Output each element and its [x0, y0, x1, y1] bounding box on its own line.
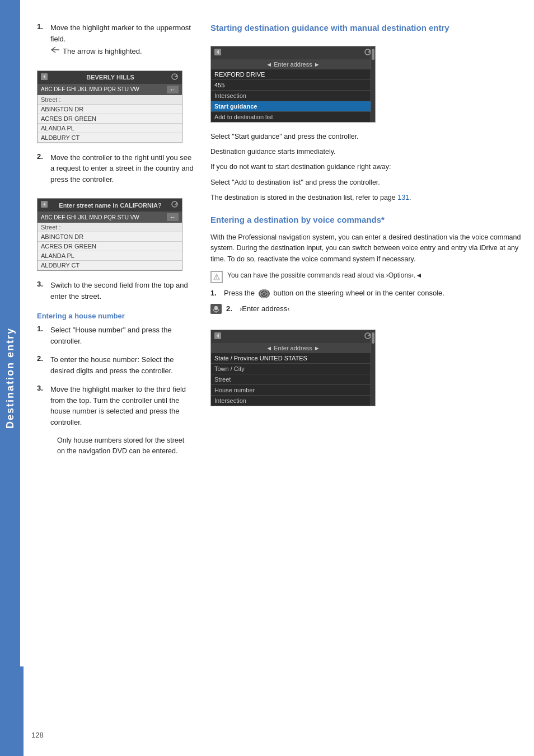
- sidebar: Destination entry: [0, 0, 20, 756]
- voice-enter-address-btn: ◄ Enter address ►: [211, 343, 375, 353]
- house-step-2-text: To enter the house number: Select the de…: [50, 354, 194, 376]
- main-content: 1. Move the highlight marker to the uppe…: [31, 0, 534, 483]
- voice-step-2-icon: [210, 304, 222, 314]
- nav-row-rexford: REXFORD DRIVE: [211, 69, 375, 80]
- step-3: 3. Switch to the second field from the t…: [37, 280, 194, 302]
- nav-screen-1-keyboard: ABC DEF GHI JKL MNO PQR STU VW ←: [38, 84, 182, 95]
- para-add-dest-list: Select "Add to destination list" and pre…: [210, 177, 523, 188]
- voice-step-2: 2. ›Enter address‹: [210, 304, 523, 314]
- step-3-number: 3.: [37, 280, 46, 302]
- enter-address-btn: ◄ Enter address ►: [211, 59, 375, 69]
- steering-wheel-icon: [259, 289, 270, 298]
- voice-intro: With the Professional navigation system,…: [210, 232, 523, 265]
- voice-screen-topbar: [211, 330, 375, 343]
- right-column: Starting destination guidance with manua…: [205, 22, 523, 461]
- nav-screen-1-wrap: BEVERLY HILLS ABC DEF GHI JKL MNO PQR ST…: [37, 65, 182, 152]
- nav-row-455: 455: [211, 80, 375, 91]
- start-guidance-topbar: [211, 46, 375, 59]
- house-number-heading: Entering a house number: [37, 312, 194, 320]
- step-2-number: 2.: [37, 152, 46, 185]
- bottom-accent-bar: [20, 666, 24, 756]
- house-step-1-text: Select "House number" and press the cont…: [50, 325, 194, 346]
- left-column: 1. Move the highlight marker to the uppe…: [37, 22, 194, 461]
- voice-step-2-text: ›Enter address‹: [240, 304, 290, 313]
- voice-step-1-text: Press the button on the steering wheel o…: [224, 289, 444, 298]
- step-1-text: Move the highlight marker to the uppermo…: [50, 22, 194, 57]
- nav-back-icon-2: [41, 200, 50, 210]
- step-3-text: Switch to the second field from the top …: [50, 280, 194, 302]
- nav-screen-2-topbar: Enter street name in CALIFORNIA?: [38, 199, 182, 212]
- house-step-3-num: 3.: [37, 384, 46, 428]
- nav-list-item-2-4: ALDBURY CT: [38, 261, 182, 270]
- step-1: 1. Move the highlight marker to the uppe…: [37, 22, 194, 57]
- nav-list-item-1-2: ACRES DR GREEN: [38, 114, 182, 124]
- voice-step-1: 1. Press the button on the steering whee…: [210, 289, 523, 298]
- voice-screen-wrap: ◄ Enter address ► State / Province UNITE…: [210, 324, 376, 415]
- nav-screen-2-title: Enter street name in CALIFORNIA?: [59, 202, 161, 209]
- house-step-1-num: 1.: [37, 325, 46, 346]
- nav-backspace-2: ←: [167, 213, 179, 221]
- voice-nav-back-icon: [214, 332, 223, 341]
- step-1-number: 1.: [37, 22, 46, 57]
- house-step-1: 1. Select "House number" and press the c…: [37, 325, 194, 346]
- nav-back-icon: [41, 73, 50, 82]
- start-guidance-heading: Starting destination guidance with manua…: [210, 22, 523, 34]
- house-step-2: 2. To enter the house number: Select the…: [37, 354, 194, 376]
- para-select-start: Select "Start guidance" and press the co…: [210, 132, 523, 142]
- info-icon: [210, 271, 223, 283]
- info-box-text: You can have the possible commands read …: [227, 270, 422, 280]
- voice-nav-screen: ◄ Enter address ► State / Province UNITE…: [210, 330, 376, 406]
- house-step-3: 3. Move the highlight marker to the thir…: [37, 384, 194, 428]
- voice-step-1-num: 1.: [210, 289, 219, 297]
- start-guidance-screen-wrap: ◄ Enter address ► REXFORD DRIVE 455 Inte…: [210, 40, 376, 132]
- nav-backspace-1: ←: [167, 86, 179, 93]
- page-number: 128: [31, 731, 44, 739]
- nav-list-item-2-1: ABINGTON DR: [38, 232, 182, 242]
- page-ref-link[interactable]: 131: [397, 194, 409, 201]
- start-guidance-screen: ◄ Enter address ► REXFORD DRIVE 455 Inte…: [210, 46, 376, 123]
- nav-list-item-1-4: ALDBURY CT: [38, 133, 182, 143]
- nav-list-item-2-2: ACRES DR GREEN: [38, 242, 182, 251]
- info-box: You can have the possible commands read …: [210, 270, 523, 283]
- nav-street-label-1: Street :: [38, 95, 182, 105]
- house-number-note: Only house numbers stored for the street…: [57, 435, 194, 457]
- svg-rect-18: [214, 306, 218, 310]
- house-step-3-text: Move the highlight marker to the third f…: [50, 384, 194, 428]
- nav-list-item-1-3: ALANDA PL: [38, 124, 182, 133]
- nav-row-intersection: Intersection: [211, 91, 375, 101]
- para-dest-stored: The destination is stored in the destina…: [210, 192, 523, 203]
- step-2-text: Move the controller to the right until y…: [50, 152, 194, 185]
- para-if-not-start: If you do not want to start destination …: [210, 162, 523, 172]
- nav-screen-2: Enter street name in CALIFORNIA? ABC DEF…: [37, 198, 182, 271]
- voice-nav-row-town: Town / City: [211, 364, 375, 374]
- nav-row-start-guidance: Start guidance: [211, 101, 375, 112]
- nav-screen-1: BEVERLY HILLS ABC DEF GHI JKL MNO PQR ST…: [37, 71, 182, 143]
- voice-nav-row-state: State / Province UNITED STATES: [211, 353, 375, 364]
- step-1-sub: The arrow is highlighted.: [50, 46, 194, 57]
- sidebar-label: Destination entry: [4, 327, 16, 429]
- nav-row-add-dest: Add to destination list: [211, 112, 375, 122]
- voice-step-2-num: 2.: [226, 304, 235, 313]
- voice-commands-heading: Entering a destination by voice commands…: [210, 214, 523, 226]
- nav-back-left-icon: [214, 48, 223, 58]
- nav-list-item-2-3: ALANDA PL: [38, 251, 182, 261]
- voice-nav-row-house: House number: [211, 385, 375, 396]
- nav-list-item-1-1: ABINGTON DR: [38, 105, 182, 114]
- voice-nav-row-intersection: Intersection: [211, 396, 375, 406]
- para-dest-starts: Destination guidance starts immediately.: [210, 147, 523, 157]
- nav-street-label-2: Street :: [38, 223, 182, 232]
- nav-screen-1-title: BEVERLY HILLS: [86, 74, 134, 81]
- nav-refresh-icon-2: [171, 200, 179, 210]
- nav-screen-2-wrap: Enter street name in CALIFORNIA? ABC DEF…: [37, 192, 182, 280]
- return-arrow-icon: [50, 46, 60, 57]
- nav-refresh-icon: [171, 73, 179, 82]
- voice-nav-row-street: Street: [211, 374, 375, 385]
- house-step-2-num: 2.: [37, 354, 46, 376]
- nav-screen-2-keyboard: ABC DEF GHI JKL MNO PQR STU VW ←: [38, 212, 182, 223]
- nav-screen-1-topbar: BEVERLY HILLS: [38, 71, 182, 84]
- svg-point-12: [216, 275, 217, 276]
- svg-point-14: [263, 292, 266, 295]
- step-2: 2. Move the controller to the right unti…: [37, 152, 194, 185]
